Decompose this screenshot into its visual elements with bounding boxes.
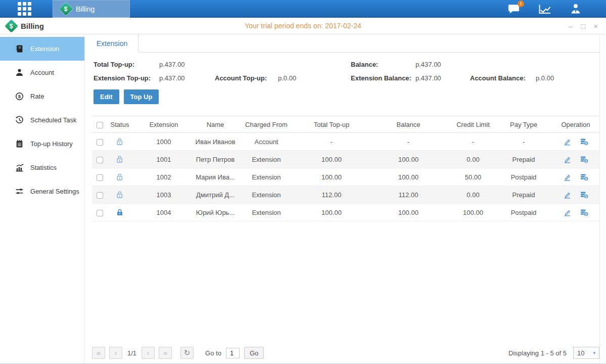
top-up-coins-icon[interactable]: $ (580, 191, 589, 199)
window-title-bar: $ Billing Your trial period ends on: 201… (0, 18, 606, 34)
refresh-icon[interactable]: ↻ (180, 347, 194, 359)
table-row: 1002Мария Ива...Extension100.00100.0050.… (92, 168, 599, 186)
balance-value: p.437.00 (415, 61, 470, 68)
row-checkbox[interactable] (97, 210, 103, 216)
col-name[interactable]: Name (195, 116, 236, 133)
top-up-coins-icon[interactable]: $ (580, 155, 589, 164)
row-checkbox[interactable] (97, 139, 103, 146)
col-credit-limit[interactable]: Credit Limit (451, 116, 495, 133)
table-row: 1001Петр ПетровExtension100.00100.000.00… (92, 151, 599, 168)
status-unlocked-icon[interactable] (116, 191, 124, 199)
statistics-bars-icon (15, 163, 24, 172)
cell-name: Юрий Юрь... (195, 204, 236, 221)
extension-balance-label: Extension Balance: (351, 74, 415, 82)
edit-extension-icon[interactable] (563, 155, 572, 164)
topbar-billing-tab[interactable]: $ Billing (53, 0, 130, 18)
row-checkbox[interactable] (97, 157, 103, 163)
cell-name: Иван Иванов (195, 133, 236, 151)
cell-total_topup: - (297, 133, 366, 151)
table-row: 1000Иван ИвановAccount----$ (92, 133, 599, 151)
cell-pay_type: Prepaid (495, 151, 552, 168)
notification-badge: ! (518, 1, 524, 7)
edit-extension-icon[interactable] (563, 191, 572, 199)
prev-page-button[interactable]: ‹ (109, 347, 122, 359)
cell-balance: 100.00 (366, 151, 451, 168)
top-up-coins-icon[interactable]: $ (580, 208, 589, 217)
extension-topup-value: p.437.00 (159, 74, 215, 82)
svg-text:$: $ (18, 94, 21, 99)
sidebar-item-statistics[interactable]: Statistics (0, 156, 84, 179)
maximize-button[interactable]: □ (581, 22, 585, 30)
last-page-button[interactable]: » (159, 347, 172, 359)
cell-total_topup: 112.00 (297, 186, 366, 204)
rate-dollar-coin-icon: $ (15, 92, 24, 101)
billing-dollar-diamond-icon: $ (59, 2, 73, 16)
select-all-checkbox[interactable] (97, 122, 103, 128)
cell-extension: 1002 (132, 168, 195, 186)
edit-button[interactable]: Edit (94, 89, 119, 104)
status-unlocked-icon[interactable] (116, 173, 124, 181)
cell-credit_limit: 50.00 (451, 168, 495, 186)
sidebar: Extension Account $ Rate Scheduled Task … (0, 34, 85, 363)
account-topup-label: Account Top-up: (215, 74, 278, 82)
row-checkbox[interactable] (97, 174, 103, 181)
sidebar-item-general-settings[interactable]: General Settings (0, 179, 84, 203)
first-page-button[interactable]: « (92, 347, 105, 359)
billing-app-window: $ Billing ! $ Billing Your trial period … (0, 0, 606, 364)
go-button[interactable]: Go (244, 347, 264, 359)
sidebar-item-scheduled-task[interactable]: Scheduled Task (0, 108, 84, 132)
col-total-topup[interactable]: Total Top-up (297, 116, 366, 133)
goto-page-input[interactable] (226, 348, 240, 358)
account-balance-label: Account Balance: (470, 74, 536, 82)
col-extension[interactable]: Extension (132, 116, 195, 133)
sidebar-item-rate[interactable]: $ Rate (0, 84, 84, 108)
minimize-button[interactable]: – (569, 22, 573, 30)
svg-text:$: $ (585, 159, 587, 163)
status-unlocked-icon[interactable] (116, 155, 124, 163)
cell-credit_limit: 100.00 (451, 204, 495, 221)
row-checkbox[interactable] (97, 192, 103, 199)
cell-extension: 1003 (132, 186, 195, 204)
col-status[interactable]: Status (107, 116, 132, 133)
top-up-coins-icon[interactable]: $ (580, 173, 589, 181)
cell-charged_from: Extension (236, 204, 297, 221)
sidebar-item-topup-history[interactable]: Top-up History (0, 132, 84, 156)
top-up-button[interactable]: Top Up (124, 89, 159, 104)
edit-extension-icon[interactable] (563, 208, 572, 217)
col-pay-type[interactable]: Pay Type (495, 116, 552, 133)
page-indicator: 1/1 (127, 349, 136, 357)
cell-balance: 100.00 (366, 204, 451, 221)
extension-balance-value: p.437.00 (415, 74, 470, 82)
next-page-button[interactable]: › (142, 347, 155, 359)
billing-dollar-diamond-icon: $ (5, 19, 18, 33)
extension-book-icon (15, 44, 24, 53)
top-up-coins-icon[interactable]: $ (580, 138, 589, 146)
app-launcher-grid-icon[interactable] (18, 2, 31, 16)
cell-pay_type: Prepaid (495, 186, 552, 204)
cell-balance: - (366, 133, 451, 151)
svg-text:$: $ (585, 212, 587, 216)
col-balance[interactable]: Balance (366, 116, 451, 133)
close-button[interactable]: × (593, 22, 598, 30)
extension-table-body: 1000Иван ИвановAccount----$1001Петр Петр… (92, 133, 599, 221)
sidebar-item-account[interactable]: Account (0, 61, 84, 84)
account-person-icon (15, 68, 24, 77)
status-unlocked-icon[interactable] (116, 138, 124, 146)
col-charged-from[interactable]: Charged From (236, 116, 297, 133)
tab-extension[interactable]: Extension (86, 34, 138, 53)
cell-total_topup: 100.00 (297, 204, 366, 221)
cell-name: Мария Ива... (195, 168, 236, 186)
chevron-down-icon: ▾ (593, 350, 595, 355)
sidebar-item-extension[interactable]: Extension (0, 37, 84, 61)
extension-table: Status Extension Name Charged From Total… (92, 116, 599, 221)
cell-charged_from: Extension (236, 186, 297, 204)
user-account-icon[interactable] (570, 3, 582, 15)
statistics-chart-icon[interactable] (538, 4, 551, 15)
table-row: 1004Юрий Юрь...Extension100.00100.00100.… (92, 204, 599, 221)
messages-icon[interactable]: ! (507, 4, 520, 15)
edit-extension-icon[interactable] (563, 138, 572, 146)
edit-extension-icon[interactable] (563, 173, 572, 181)
page-size-select[interactable]: 10 ▾ (573, 347, 599, 359)
table-row: 1003Дмитрий Д...Extension112.00112.000.0… (92, 186, 599, 204)
status-locked-icon[interactable] (116, 208, 124, 216)
